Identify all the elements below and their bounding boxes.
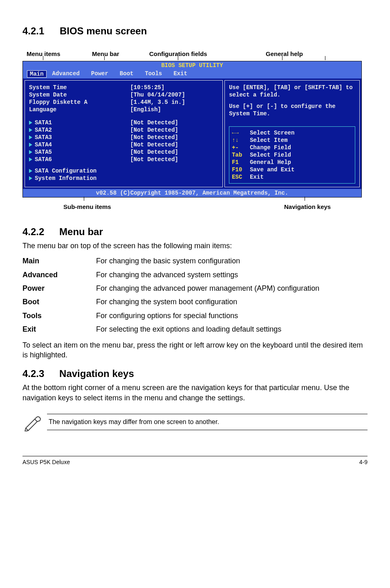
def-term: Advanced — [22, 270, 92, 280]
bios-right-panel: Use [ENTER], [TAB] or [SHIFT-TAB] to sel… — [224, 80, 360, 187]
menubar-intro: The menu bar on top of the screen has th… — [22, 241, 368, 251]
navkey-label: Save and Exit — [250, 166, 294, 173]
def-desc: For configuring options for special func… — [96, 311, 368, 321]
navkey-label: Change Field — [250, 144, 291, 151]
value-system-date[interactable]: [Thu 04/14/2007] — [130, 91, 218, 99]
section-title: Navigation keys — [59, 368, 134, 379]
bios-tab-main[interactable]: Main — [27, 70, 47, 78]
submenu-sata1[interactable]: SATA1 — [29, 119, 126, 126]
value-sata2: [Not Detected] — [130, 126, 218, 134]
navkey-label: Exit — [250, 173, 264, 181]
pencil-icon — [22, 413, 41, 431]
bios-tab-exit[interactable]: Exit — [168, 70, 193, 78]
def-desc: For changing the advanced system setting… — [96, 270, 368, 280]
page-footer: ASUS P5K Deluxe 4-9 — [22, 456, 368, 465]
menubar-definitions: Main For changing the basic system confi… — [22, 256, 368, 334]
navkey-label: Select Field — [250, 151, 291, 159]
note-text: The navigation keys may differ from one … — [47, 414, 368, 430]
annot-submenu: Sub-menu items — [63, 203, 111, 210]
bios-tab-advanced[interactable]: Advanced — [47, 70, 85, 78]
annot-menu-bar: Menu bar — [92, 50, 119, 57]
def-desc: For selecting the exit options and loadi… — [96, 325, 368, 334]
value-language[interactable]: [English] — [130, 106, 218, 113]
submenu-sata4[interactable]: SATA4 — [29, 141, 126, 148]
section-number: 4.2.2 — [22, 226, 44, 237]
navkey-label: Select Item — [250, 137, 287, 144]
submenu-sysinfo[interactable]: System Information — [29, 175, 126, 182]
annotation-row-top: Menu items Menu bar Configuration fields… — [22, 45, 368, 61]
annotation-row-bottom: Sub-menu items Navigation keys — [22, 197, 368, 218]
bios-tab-boot[interactable]: Boot — [114, 70, 139, 78]
submenu-sata6[interactable]: SATA6 — [29, 156, 126, 163]
section-number: 4.2.3 — [22, 368, 44, 379]
bios-help-text: Use [ENTER], [TAB] or [SHIFT-TAB] to sel… — [229, 84, 355, 121]
menu-item-system-time[interactable]: System Time — [29, 84, 126, 91]
bios-navkeys-box: ←→Select Screen ↑↓Select Item +-Change F… — [229, 126, 355, 184]
footer-right: 4-9 — [359, 459, 368, 465]
menu-item-floppy[interactable]: Floppy Diskette A — [29, 99, 126, 106]
help-line-2: Use [+] or [-] to configure the System T… — [229, 103, 355, 117]
annot-nav-keys: Navigation keys — [284, 203, 331, 210]
submenu-sata2[interactable]: SATA2 — [29, 126, 126, 134]
navkey-key: ESC — [232, 173, 250, 181]
def-desc: For changing the advanced power manageme… — [96, 284, 368, 293]
def-term: Boot — [22, 297, 92, 307]
section-heading-422: 4.2.2 Menu bar — [22, 226, 368, 238]
section-heading-423: 4.2.3 Navigation keys — [22, 368, 368, 379]
navkey-label: Select Screen — [250, 129, 294, 137]
value-sata3: [Not Detected] — [130, 134, 218, 141]
note-box: The navigation keys may differ from one … — [22, 413, 368, 431]
navkey-key: +- — [232, 144, 250, 151]
value-floppy[interactable]: [1.44M, 3.5 in.] — [130, 99, 218, 106]
navkey-key: ←→ — [232, 129, 250, 137]
section-heading-421: 4.2.1 BIOS menu screen — [22, 25, 368, 37]
def-desc: For changing the system boot configurati… — [96, 297, 368, 307]
value-sata6: [Not Detected] — [130, 156, 218, 163]
bios-tab-power[interactable]: Power — [85, 70, 114, 78]
submenu-sata-config[interactable]: SATA Configuration — [29, 167, 126, 175]
value-system-time[interactable]: [10:55:25] — [130, 84, 218, 91]
annot-menu-items: Menu items — [27, 50, 61, 57]
navkeys-description: At the bottom right corner of a menu scr… — [22, 383, 368, 403]
def-term: Main — [22, 256, 92, 266]
def-desc: For changing the basic system configurat… — [96, 256, 368, 266]
bios-tab-tools[interactable]: Tools — [139, 70, 168, 78]
value-sata5: [Not Detected] — [130, 148, 218, 156]
navkey-label: General Help — [250, 159, 291, 166]
menu-item-system-date[interactable]: System Date — [29, 91, 126, 99]
navkey-key: F1 — [232, 159, 250, 166]
submenu-sata3[interactable]: SATA3 — [29, 134, 126, 141]
section-number: 4.2.1 — [22, 25, 44, 36]
bios-footer: v02.58 (C)Copyright 1985-2007, American … — [23, 189, 361, 197]
section-title: Menu bar — [59, 226, 103, 237]
def-term: Exit — [22, 325, 92, 334]
section-title: BIOS menu screen — [60, 25, 147, 36]
menubar-outro: To select an item on the menu bar, press… — [22, 340, 368, 360]
value-sata1: [Not Detected] — [130, 119, 218, 126]
bios-menubar: Main Advanced Power Boot Tools Exit — [23, 70, 361, 79]
navkey-key: F10 — [232, 166, 250, 173]
def-term: Tools — [22, 311, 92, 321]
navkey-key: Tab — [232, 151, 250, 159]
bios-left-panel: System Time System Date Floppy Diskette … — [25, 80, 223, 187]
def-term: Power — [22, 284, 92, 293]
bios-screen: BIOS SETUP UTILITY Main Advanced Power B… — [22, 61, 362, 197]
footer-left: ASUS P5K Deluxe — [22, 459, 70, 465]
help-line-1: Use [ENTER], [TAB] or [SHIFT-TAB] to sel… — [229, 84, 355, 99]
annot-general-help: General help — [266, 50, 303, 57]
menu-item-language[interactable]: Language — [29, 106, 126, 113]
bios-title: BIOS SETUP UTILITY — [23, 61, 361, 70]
value-sata4: [Not Detected] — [130, 141, 218, 148]
navkey-key: ↑↓ — [232, 137, 250, 144]
submenu-sata5[interactable]: SATA5 — [29, 148, 126, 156]
